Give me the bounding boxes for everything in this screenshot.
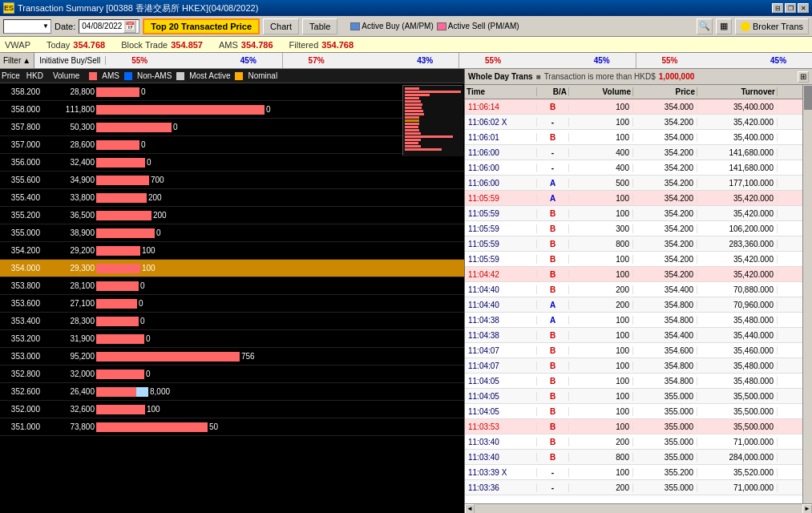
scroll-thumb[interactable] [804,86,812,110]
table-row[interactable]: 11:03:53B100355.00035,500.000 [465,419,802,434]
table-row[interactable]: 11:05:59B300354.200106,200.000 [465,221,802,236]
table-row[interactable]: 11:04:40B200354.40070,880.000 [465,282,802,297]
svg-rect-3 [405,97,419,99]
tx-price-cell: 354.800 [633,362,697,370]
ba-cell: A [537,179,569,188]
search-button[interactable]: 🔍 [697,18,713,34]
table-row[interactable]: 11:06:00-400354.200141,680.000 [465,160,802,176]
view-dropdown[interactable]: ▼ [3,19,51,34]
tx-turnover-cell: 35,480.000 [697,362,778,370]
price-row[interactable]: 358.20028,800 0 [0,83,464,101]
title-bar: ES Transaction Summary [00388 香港交易所 HKEX… [0,0,812,16]
table-row[interactable]: 11:04:07B100354.80035,480.000 [465,358,802,374]
price-row[interactable]: 355.40033,800 200 [0,189,464,207]
restore-button[interactable]: ❐ [785,3,796,13]
table-row[interactable]: 11:06:00-400354.200141,680.000 [465,145,802,160]
time-cell: 11:05:59 [465,240,537,248]
price-row[interactable]: 355.20036,500 200 [0,207,464,224]
tx-price-cell: 354.200 [633,118,697,127]
nominal-legend-icon [235,72,243,80]
price-row[interactable]: 353.60027,100 0 [0,295,464,313]
price-row[interactable]: 351.00073,800 50 [0,418,464,436]
bar-area: 0 [96,225,464,241]
price-row[interactable]: 353.40028,300 0 [0,313,464,330]
table-row[interactable]: 11:06:02 X-100354.20035,420.000 [465,115,802,130]
table-row[interactable]: 11:05:59A100354.20035,420.000 [465,191,802,206]
table-row[interactable]: 11:04:05B100355.00035,500.000 [465,389,802,404]
time-cell: 11:04:38 [465,331,537,340]
calendar-button[interactable]: 📅 [123,20,136,33]
date-label: Date: [55,22,75,31]
table-row[interactable]: 11:05:59B100354.20035,420.000 [465,206,802,221]
filtered-stat: Filtered 354.768 [289,40,353,50]
table-row[interactable]: 11:05:59B100354.20035,420.000 [465,252,802,267]
price-row[interactable]: 354.00029,300 100 [0,260,464,277]
tx-turnover-cell: 141,680.000 [697,148,778,157]
time-cell: 11:06:00 [465,164,537,172]
right-panel-header: Whole Day Trans ■ Transaction is more th… [465,69,812,85]
top20-price-button[interactable]: Top 20 Transacted Price [143,18,260,34]
tx-turnover-cell: 35,420.000 [697,118,778,127]
table-row[interactable]: 11:03:39 X-100355.20035,520.000 [465,465,802,480]
close-button[interactable]: ✕ [798,3,809,13]
table-row[interactable]: 11:04:38A100354.80035,480.000 [465,313,802,328]
price-row[interactable]: 357.80050,300 0 [0,119,464,136]
table-row[interactable]: 11:03:36-200355.00071,000.000 [465,480,802,495]
ams-legend-icon [89,72,97,80]
time-cell: 11:05:59 [465,194,537,203]
date-field[interactable]: 04/08/2022 📅 [79,19,139,34]
table-row[interactable]: 11:05:59B800354.200283,360.000 [465,236,802,252]
expand-button[interactable]: ⊞ [798,71,809,83]
table-row[interactable]: 11:04:05B100355.00035,500.000 [465,404,802,419]
table-row[interactable]: 11:06:01B100354.00035,400.000 [465,130,802,145]
ams-bar [96,123,172,132]
price-cell: 351.000 [0,422,42,431]
time-cell: 11:04:38 [465,316,537,325]
tx-volume-cell: 400 [569,164,633,172]
tx-price-cell: 354.800 [633,316,697,325]
price-row[interactable]: 352.60026,400 8,000 [0,383,464,401]
table-row[interactable]: 11:04:38B100354.40035,440.000 [465,328,802,343]
tx-volume-cell: 500 [569,179,633,188]
pct-group-3: 55% 45% [459,56,635,65]
price-row[interactable]: 356.00032,400 0 [0,154,464,172]
price-row[interactable]: 357.00028,600 0 [0,136,464,154]
ams-bar [96,193,147,203]
price-row[interactable]: 355.60034,900 700 [0,172,464,189]
price-row[interactable]: 355.00038,900 0 [0,224,464,242]
table-row[interactable]: 11:04:42B100354.20035,420.000 [465,267,802,282]
chart-button[interactable]: Chart [263,18,299,34]
price-row[interactable]: 352.80032,000 0 [0,366,464,383]
table-row[interactable]: 11:06:14B100354.00035,400.000 [465,99,802,115]
table-row[interactable]: 11:04:40A200354.80070,960.000 [465,297,802,313]
broker-trans-button[interactable]: Broker Trans [735,18,809,34]
table-button[interactable]: Table [302,18,337,34]
table-row[interactable]: 11:04:05B100354.80035,480.000 [465,374,802,389]
tx-price-cell: 354.200 [633,148,697,157]
price-row[interactable]: 354.20029,200 100 [0,242,464,260]
volume-cell: 38,900 [58,228,96,237]
tx-volume-cell: 100 [569,331,633,340]
whole-day-trans-tab[interactable]: Whole Day Trans [468,72,533,81]
price-row[interactable]: 353.00095,200 756 [0,348,464,366]
tx-turnover-cell: 70,880.000 [697,285,778,294]
grid-button[interactable]: ▦ [716,18,732,34]
price-row[interactable]: 352.00032,600 100 [0,401,464,418]
price-row[interactable]: 353.20031,900 0 [0,330,464,348]
table-row[interactable]: 11:03:40B200355.00071,000.000 [465,434,802,450]
app-icon: ES [3,2,14,14]
minimize-button[interactable]: ⊟ [772,3,783,13]
scroll-right-button[interactable]: ► [802,504,812,514]
price-row[interactable]: 358.000111,800 0 [0,101,464,119]
scroll-left-button[interactable]: ◄ [465,504,475,514]
ams-bar [96,405,145,414]
price-row[interactable]: 353.80028,100 0 [0,277,464,295]
table-row[interactable]: 11:06:00A500354.200177,100.000 [465,176,802,191]
scrollbar[interactable] [802,85,812,503]
svg-rect-4 [405,100,421,103]
window-controls[interactable]: ⊟ ❐ ✕ [772,3,809,13]
tx-price-cell: 354.800 [633,377,697,386]
table-row[interactable]: 11:04:07B100354.60035,460.000 [465,343,802,358]
table-row[interactable]: 11:03:40B800355.000284,000.000 [465,450,802,465]
tx-turnover-cell: 35,400.000 [697,133,778,142]
